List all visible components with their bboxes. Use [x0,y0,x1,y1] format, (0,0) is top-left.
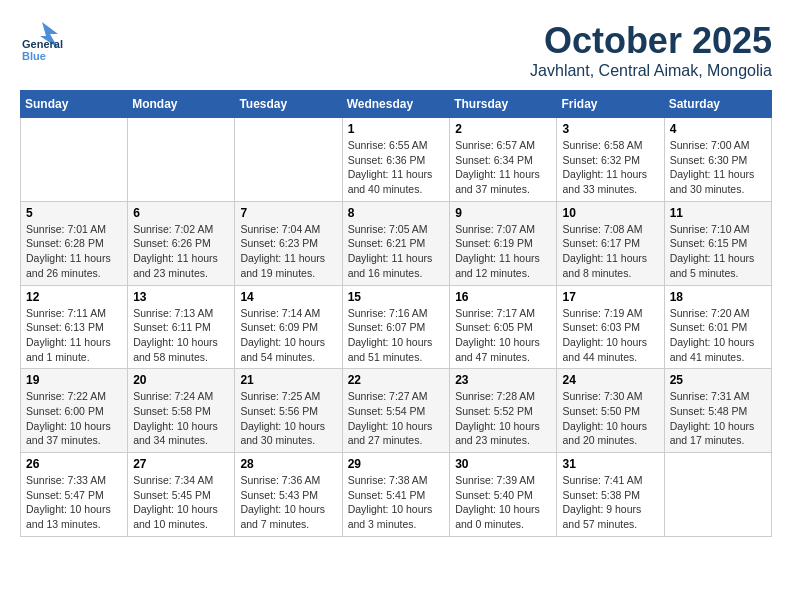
calendar-cell: 16Sunrise: 7:17 AM Sunset: 6:05 PM Dayli… [450,285,557,369]
title-block: October 2025 Javhlant, Central Aimak, Mo… [530,20,772,80]
calendar-cell: 31Sunrise: 7:41 AM Sunset: 5:38 PM Dayli… [557,453,664,537]
calendar-cell: 14Sunrise: 7:14 AM Sunset: 6:09 PM Dayli… [235,285,342,369]
calendar-cell: 26Sunrise: 7:33 AM Sunset: 5:47 PM Dayli… [21,453,128,537]
day-info: Sunrise: 7:05 AM Sunset: 6:21 PM Dayligh… [348,222,445,281]
weekday-header-monday: Monday [128,91,235,118]
logo: General Blue [20,20,64,64]
day-number: 3 [562,122,658,136]
day-info: Sunrise: 6:58 AM Sunset: 6:32 PM Dayligh… [562,138,658,197]
logo-icon: General Blue [20,20,64,64]
calendar-cell: 4Sunrise: 7:00 AM Sunset: 6:30 PM Daylig… [664,118,771,202]
day-info: Sunrise: 7:08 AM Sunset: 6:17 PM Dayligh… [562,222,658,281]
day-info: Sunrise: 7:07 AM Sunset: 6:19 PM Dayligh… [455,222,551,281]
day-number: 18 [670,290,766,304]
calendar-week-4: 19Sunrise: 7:22 AM Sunset: 6:00 PM Dayli… [21,369,772,453]
day-info: Sunrise: 7:39 AM Sunset: 5:40 PM Dayligh… [455,473,551,532]
location-title: Javhlant, Central Aimak, Mongolia [530,62,772,80]
day-info: Sunrise: 7:20 AM Sunset: 6:01 PM Dayligh… [670,306,766,365]
day-number: 19 [26,373,122,387]
day-info: Sunrise: 7:14 AM Sunset: 6:09 PM Dayligh… [240,306,336,365]
calendar-cell: 24Sunrise: 7:30 AM Sunset: 5:50 PM Dayli… [557,369,664,453]
day-info: Sunrise: 7:10 AM Sunset: 6:15 PM Dayligh… [670,222,766,281]
day-info: Sunrise: 7:30 AM Sunset: 5:50 PM Dayligh… [562,389,658,448]
day-info: Sunrise: 7:24 AM Sunset: 5:58 PM Dayligh… [133,389,229,448]
day-number: 21 [240,373,336,387]
weekday-header-thursday: Thursday [450,91,557,118]
calendar-cell: 29Sunrise: 7:38 AM Sunset: 5:41 PM Dayli… [342,453,450,537]
day-number: 12 [26,290,122,304]
weekday-header-friday: Friday [557,91,664,118]
weekday-header-tuesday: Tuesday [235,91,342,118]
day-info: Sunrise: 7:17 AM Sunset: 6:05 PM Dayligh… [455,306,551,365]
calendar-cell [128,118,235,202]
day-number: 8 [348,206,445,220]
day-number: 31 [562,457,658,471]
month-title: October 2025 [530,20,772,62]
day-number: 10 [562,206,658,220]
day-number: 7 [240,206,336,220]
day-number: 24 [562,373,658,387]
day-info: Sunrise: 6:55 AM Sunset: 6:36 PM Dayligh… [348,138,445,197]
day-info: Sunrise: 7:41 AM Sunset: 5:38 PM Dayligh… [562,473,658,532]
day-number: 5 [26,206,122,220]
day-info: Sunrise: 7:01 AM Sunset: 6:28 PM Dayligh… [26,222,122,281]
day-info: Sunrise: 7:02 AM Sunset: 6:26 PM Dayligh… [133,222,229,281]
calendar-table: SundayMondayTuesdayWednesdayThursdayFrid… [20,90,772,537]
day-info: Sunrise: 7:36 AM Sunset: 5:43 PM Dayligh… [240,473,336,532]
day-info: Sunrise: 7:31 AM Sunset: 5:48 PM Dayligh… [670,389,766,448]
calendar-cell: 10Sunrise: 7:08 AM Sunset: 6:17 PM Dayli… [557,201,664,285]
day-number: 26 [26,457,122,471]
day-info: Sunrise: 7:22 AM Sunset: 6:00 PM Dayligh… [26,389,122,448]
day-number: 25 [670,373,766,387]
day-number: 22 [348,373,445,387]
day-number: 9 [455,206,551,220]
day-number: 17 [562,290,658,304]
day-info: Sunrise: 7:04 AM Sunset: 6:23 PM Dayligh… [240,222,336,281]
day-number: 6 [133,206,229,220]
day-number: 20 [133,373,229,387]
day-number: 27 [133,457,229,471]
calendar-cell [21,118,128,202]
calendar-cell: 6Sunrise: 7:02 AM Sunset: 6:26 PM Daylig… [128,201,235,285]
calendar-cell: 9Sunrise: 7:07 AM Sunset: 6:19 PM Daylig… [450,201,557,285]
calendar-cell: 17Sunrise: 7:19 AM Sunset: 6:03 PM Dayli… [557,285,664,369]
calendar-cell: 11Sunrise: 7:10 AM Sunset: 6:15 PM Dayli… [664,201,771,285]
calendar-cell: 15Sunrise: 7:16 AM Sunset: 6:07 PM Dayli… [342,285,450,369]
day-number: 23 [455,373,551,387]
day-info: Sunrise: 7:38 AM Sunset: 5:41 PM Dayligh… [348,473,445,532]
calendar-cell: 2Sunrise: 6:57 AM Sunset: 6:34 PM Daylig… [450,118,557,202]
day-info: Sunrise: 7:16 AM Sunset: 6:07 PM Dayligh… [348,306,445,365]
calendar-week-3: 12Sunrise: 7:11 AM Sunset: 6:13 PM Dayli… [21,285,772,369]
calendar-cell: 7Sunrise: 7:04 AM Sunset: 6:23 PM Daylig… [235,201,342,285]
calendar-cell [664,453,771,537]
calendar-cell: 18Sunrise: 7:20 AM Sunset: 6:01 PM Dayli… [664,285,771,369]
calendar-cell: 21Sunrise: 7:25 AM Sunset: 5:56 PM Dayli… [235,369,342,453]
calendar-cell: 23Sunrise: 7:28 AM Sunset: 5:52 PM Dayli… [450,369,557,453]
calendar-cell: 27Sunrise: 7:34 AM Sunset: 5:45 PM Dayli… [128,453,235,537]
calendar-cell: 22Sunrise: 7:27 AM Sunset: 5:54 PM Dayli… [342,369,450,453]
calendar-cell: 8Sunrise: 7:05 AM Sunset: 6:21 PM Daylig… [342,201,450,285]
day-number: 30 [455,457,551,471]
day-number: 14 [240,290,336,304]
calendar-cell: 13Sunrise: 7:13 AM Sunset: 6:11 PM Dayli… [128,285,235,369]
day-info: Sunrise: 7:33 AM Sunset: 5:47 PM Dayligh… [26,473,122,532]
day-info: Sunrise: 7:11 AM Sunset: 6:13 PM Dayligh… [26,306,122,365]
calendar-cell: 12Sunrise: 7:11 AM Sunset: 6:13 PM Dayli… [21,285,128,369]
day-number: 16 [455,290,551,304]
page-header: General Blue October 2025 Javhlant, Cent… [20,20,772,80]
calendar-cell: 30Sunrise: 7:39 AM Sunset: 5:40 PM Dayli… [450,453,557,537]
weekday-header-sunday: Sunday [21,91,128,118]
day-number: 13 [133,290,229,304]
svg-text:General: General [22,38,63,50]
day-number: 1 [348,122,445,136]
day-number: 28 [240,457,336,471]
calendar-cell: 5Sunrise: 7:01 AM Sunset: 6:28 PM Daylig… [21,201,128,285]
day-info: Sunrise: 7:19 AM Sunset: 6:03 PM Dayligh… [562,306,658,365]
calendar-cell: 3Sunrise: 6:58 AM Sunset: 6:32 PM Daylig… [557,118,664,202]
calendar-cell: 1Sunrise: 6:55 AM Sunset: 6:36 PM Daylig… [342,118,450,202]
day-info: Sunrise: 7:27 AM Sunset: 5:54 PM Dayligh… [348,389,445,448]
calendar-cell [235,118,342,202]
calendar-cell: 28Sunrise: 7:36 AM Sunset: 5:43 PM Dayli… [235,453,342,537]
day-info: Sunrise: 7:25 AM Sunset: 5:56 PM Dayligh… [240,389,336,448]
calendar-cell: 20Sunrise: 7:24 AM Sunset: 5:58 PM Dayli… [128,369,235,453]
